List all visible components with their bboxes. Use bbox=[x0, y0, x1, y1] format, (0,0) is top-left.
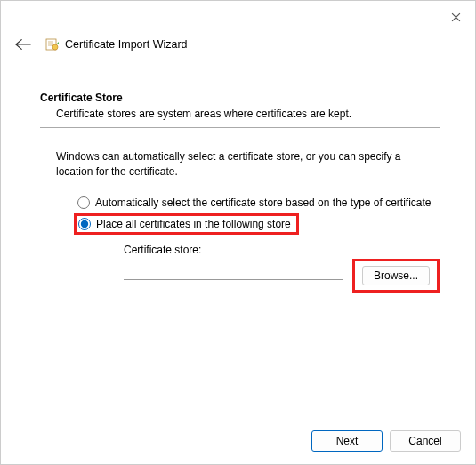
close-icon[interactable] bbox=[447, 8, 464, 26]
radio-auto-input[interactable] bbox=[77, 196, 90, 209]
radio-manual-label: Place all certificates in the following … bbox=[96, 218, 291, 230]
radio-auto-label: Automatically select the certificate sto… bbox=[95, 196, 432, 209]
next-button[interactable]: Next bbox=[311, 430, 383, 452]
wizard-title: Certificate Import Wizard bbox=[65, 38, 188, 51]
divider bbox=[40, 127, 440, 128]
certificate-store-section: Certificate store: Browse... bbox=[124, 244, 440, 293]
section-description: Certificate stores are system areas wher… bbox=[56, 108, 440, 120]
radio-manual-select[interactable]: Place all certificates in the following … bbox=[74, 213, 299, 235]
cancel-button[interactable]: Cancel bbox=[390, 430, 461, 452]
wizard-footer: Next Cancel bbox=[311, 430, 461, 452]
svg-point-4 bbox=[52, 44, 58, 50]
wizard-header: Certificate Import Wizard bbox=[1, 1, 475, 63]
certificate-store-label: Certificate store: bbox=[124, 244, 440, 256]
certificate-store-input[interactable] bbox=[124, 264, 343, 280]
certificate-wizard-icon bbox=[45, 37, 60, 52]
store-selection-radio-group: Automatically select the certificate sto… bbox=[74, 194, 440, 293]
browse-button[interactable]: Browse... bbox=[362, 266, 430, 285]
browse-highlight: Browse... bbox=[352, 259, 440, 293]
wizard-content: Certificate Store Certificate stores are… bbox=[1, 63, 475, 293]
instruction-text: Windows can automatically select a certi… bbox=[56, 149, 440, 180]
section-title: Certificate Store bbox=[40, 92, 440, 104]
radio-manual-input[interactable] bbox=[78, 218, 91, 230]
radio-auto-select[interactable]: Automatically select the certificate sto… bbox=[74, 194, 440, 212]
back-arrow-icon[interactable] bbox=[13, 35, 33, 54]
